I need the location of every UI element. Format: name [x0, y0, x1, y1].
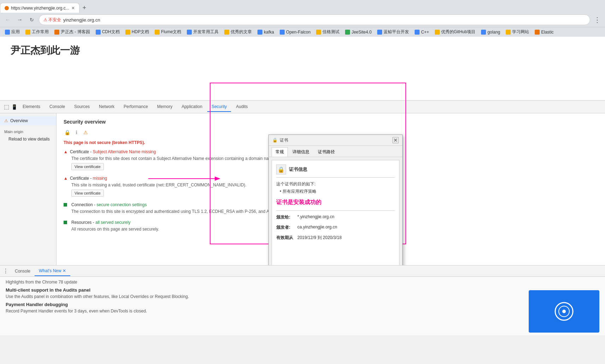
security-item-cert2-title: Certificate - missing	[70, 176, 107, 181]
sidebar-item-overview[interactable]: ⚠ Overview	[0, 116, 56, 125]
certificate-dialog: 🔒 证书 ✕ 常规 详细信息 证书路径	[268, 135, 403, 265]
bookmark-hdp[interactable]: HDP文档	[123, 28, 151, 36]
tab-application[interactable]: Application	[177, 102, 207, 112]
drawer-body: Highlights from the Chrome 78 update Mul…	[0, 277, 605, 335]
bookmark-icon	[415, 30, 420, 35]
security-label: 不安全	[48, 17, 61, 23]
devtools: ⬚ 📱 Elements Console Sources Network Per…	[0, 100, 605, 265]
cert-tab-general[interactable]: 常规	[272, 147, 288, 157]
sec-icon-info: ℹ	[73, 129, 80, 136]
tab-performance[interactable]: Performance	[119, 102, 152, 112]
tab-bar: https://www.yinzhengjie.org.c... ✕ +	[0, 0, 605, 13]
bookmark-yin[interactable]: 尹正杰 - 博客园	[52, 28, 92, 36]
browser-chrome: https://www.yinzhengjie.org.c... ✕ + ← →…	[0, 0, 605, 335]
devtools-device-icon[interactable]: 📱	[11, 103, 18, 111]
menu-button[interactable]: ⋮	[592, 15, 602, 25]
view-certificate-button-2[interactable]: View certificate	[71, 190, 104, 197]
warning-icon: ⚠	[43, 17, 47, 22]
bookmark-work[interactable]: 工作常用	[23, 28, 51, 36]
error-icon-2: ▲	[64, 176, 68, 181]
bookmark-openfalcon[interactable]: Open-Falcon	[278, 29, 313, 35]
bookmark-icon	[155, 30, 160, 35]
bookmark-jiage[interactable]: 佳格测试	[314, 28, 342, 36]
bookmark-articles[interactable]: 优秀的文章	[222, 28, 254, 36]
drawer-tab-console[interactable]: Console	[11, 267, 35, 276]
cert-field-issued-to: 颁发给: *.yinzhengjie.org.cn	[276, 214, 395, 220]
bookmark-icon	[506, 30, 511, 35]
cert-valid-label: 有效期从	[276, 235, 297, 241]
bookmark-icon	[280, 30, 285, 35]
bookmark-elastic[interactable]: Elastic	[533, 29, 556, 35]
drawer-item2-desc: Record Payment Handler events for 3 days…	[6, 309, 522, 314]
cert-dialog-title: 🔒 证书 ✕	[269, 135, 402, 146]
security-item-conn-title: Connection - secure connection settings	[71, 202, 147, 207]
bookmark-apps[interactable]: 应用	[3, 28, 22, 36]
bookmark-icon	[96, 30, 101, 35]
bookmark-golang[interactable]: golang	[479, 29, 502, 35]
drawer-tab-whatsnew[interactable]: What's New ✕	[35, 266, 70, 276]
bookmark-icon	[435, 30, 440, 35]
tab-audits[interactable]: Audits	[232, 102, 252, 112]
tab-network[interactable]: Network	[95, 102, 119, 112]
url-bar[interactable]: ⚠ 不安全 yinzhengjie.org.cn	[39, 14, 590, 25]
security-panel: Security overview 🔒 ℹ ⚠ This page is not…	[57, 113, 605, 265]
drawer-menu-icon[interactable]: ⋮	[3, 268, 8, 274]
cert-tab-path[interactable]: 证书路径	[314, 147, 339, 157]
bookmark-cpp[interactable]: C++	[413, 29, 431, 35]
cert-tab-details[interactable]: 详细信息	[289, 147, 313, 157]
active-tab[interactable]: https://www.yinzhengjie.org.c... ✕	[0, 3, 79, 13]
cert-issued-by-label: 颁发者:	[276, 225, 297, 231]
cert-dialog-box: 🔒 证书 ✕ 常规 详细信息 证书路径	[268, 135, 403, 265]
bookmarks-bar: 应用 工作常用 尹正杰 - 博客园 CDH文档 HDP文档 Flume文档 开发…	[0, 27, 605, 37]
bookmark-jeesite[interactable]: JeeSite4.0	[343, 29, 374, 35]
devtools-inspect-icon[interactable]: ⬚	[3, 103, 10, 111]
conn-highlight: secure connection settings	[96, 202, 147, 207]
tab-elements[interactable]: Elements	[18, 102, 45, 112]
security-item-cert1-title: Certificate - Subject Alternative Name m…	[70, 149, 156, 154]
cert-close-button[interactable]: ✕	[392, 137, 399, 143]
drawer-item1-desc: Use the Audits panel in combination with…	[6, 294, 522, 299]
cert-issued-to-label: 颁发给:	[276, 214, 297, 220]
drawer-highlight: Highlights from the Chrome 78 update	[6, 280, 599, 285]
bookmark-cdh[interactable]: CDH文档	[94, 28, 122, 36]
bookmark-icon	[377, 30, 382, 35]
bookmark-devtools[interactable]: 开发常用工具	[185, 28, 221, 36]
cert-title-text: 🔒 证书	[272, 137, 288, 143]
cert-valid-value: 2019/12/9 到 2020/3/18	[297, 235, 342, 241]
bookmark-icon	[224, 30, 229, 35]
bookmark-icon	[345, 30, 350, 35]
warning-icon-small: ⚠	[4, 118, 8, 123]
bookmark-kafka[interactable]: kafka	[255, 29, 276, 35]
sidebar-section-main-origin: Main origin	[0, 125, 56, 135]
tab-title: https://www.yinzhengjie.org.c...	[11, 6, 69, 11]
forward-button[interactable]: →	[15, 15, 25, 25]
devtools-sidebar: ⚠ Overview Main origin Reload to view de…	[0, 113, 57, 265]
tab-security[interactable]: Security	[207, 102, 231, 112]
tab-console[interactable]: Console	[45, 102, 69, 112]
bookmark-icon	[54, 30, 59, 35]
cert-header-icon: 🔒	[276, 165, 286, 174]
bookmark-icon	[481, 30, 486, 35]
drawer-illustration	[546, 297, 582, 326]
bookmark-study[interactable]: 学习网站	[504, 28, 531, 36]
reload-button[interactable]: ↻	[27, 15, 37, 25]
bookmark-github[interactable]: 优秀的GitHub项目	[433, 28, 478, 36]
ok-icon-res	[64, 221, 67, 224]
tab-memory[interactable]: Memory	[153, 102, 177, 112]
bookmark-icon	[125, 30, 130, 35]
bookmark-icon	[187, 30, 192, 35]
bookmark-icon	[5, 30, 10, 35]
view-certificate-button-1[interactable]: View certificate	[71, 163, 104, 170]
back-button[interactable]: ←	[3, 15, 13, 25]
sidebar-reload[interactable]: Reload to view details	[0, 135, 56, 142]
cert-purpose-label: 这个证书的目的如下:	[276, 181, 395, 187]
new-tab-button[interactable]: +	[79, 3, 89, 13]
bookmark-lanying[interactable]: 蓝鲸平台开发	[375, 28, 411, 36]
tab-sources[interactable]: Sources	[70, 102, 94, 112]
bookmark-flume[interactable]: Flume文档	[153, 28, 183, 36]
cert1-highlight: Subject Alternative Name missing	[93, 149, 156, 154]
close-tab-icon[interactable]: ✕	[71, 6, 75, 11]
page-area: 尹正杰到此一游	[0, 37, 605, 100]
devtools-tab-bar: ⬚ 📱 Elements Console Sources Network Per…	[0, 101, 605, 113]
cert2-highlight: missing	[93, 176, 107, 181]
